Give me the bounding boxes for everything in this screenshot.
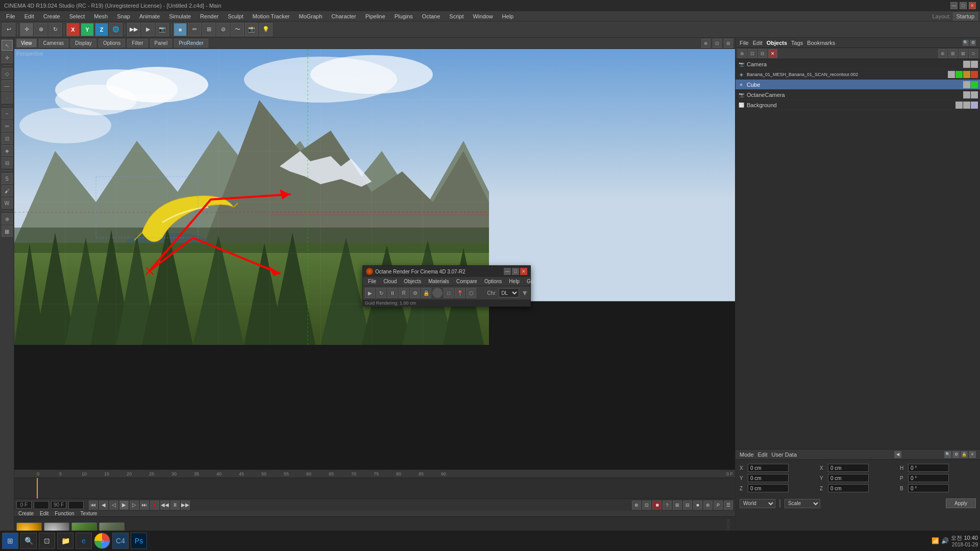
attr-lock-btn[interactable]: 🔒 [961,451,968,458]
obj-render-btn3[interactable] [971,81,978,88]
menu-render[interactable]: Render [196,12,223,20]
auto-key-button[interactable]: ⏸ [170,500,180,510]
light-button[interactable]: 💡 [259,23,273,36]
attr-tab-edit[interactable]: Edit [758,452,768,458]
obj-toolbar-btn2[interactable]: ⊡ [748,49,757,58]
cube-object-button[interactable]: ■ [174,23,187,36]
obj-toolbar-right2[interactable]: ⊞ [948,49,958,58]
cloner-button[interactable]: ⊘ [216,23,230,36]
oct-tool-refresh[interactable]: ↻ [376,288,386,298]
knife-tool[interactable]: ✂ [2,120,13,132]
obj-row-background[interactable]: ⬜ Background [736,100,980,110]
obj-row-banana[interactable]: ◈ Banana_01_MESH_Banana_01_SCAN_recontou… [736,69,980,80]
obj-tab-file[interactable]: File [740,40,749,46]
obj-settings-btn[interactable]: ⚙ [970,40,976,46]
chrome-button[interactable]: ○ [94,533,110,549]
obj-toolbar-right1[interactable]: ⊛ [938,49,947,58]
snap-tool[interactable]: ⊕ [2,213,13,224]
file-explorer-button[interactable]: 📁 [57,533,74,549]
timeline-inner[interactable] [14,478,735,498]
obj-tag-bg[interactable] [971,102,978,109]
move-tool-button[interactable]: ✛ [20,23,33,36]
attr-settings-btn[interactable]: ⚙ [952,451,960,458]
animation-btn5[interactable]: ⊞ [673,500,682,510]
scale-select[interactable]: Scale [785,499,820,508]
record-button[interactable]: ● [150,500,159,510]
obj-toolbar-btn4[interactable]: ✕ [768,49,777,58]
viewport-tab-filter[interactable]: Filter [127,39,148,47]
oct-expand-btn[interactable]: ▼ [521,289,528,297]
menu-pipeline[interactable]: Pipeline [361,12,389,20]
z-size-input[interactable] [828,484,869,492]
next-frame-button[interactable]: ▷ [130,500,139,510]
menu-create[interactable]: Create [39,12,64,20]
oct-tool-settings[interactable]: ⚙ [410,288,420,298]
obj-tab-edit[interactable]: Edit [753,40,763,46]
menu-mograph[interactable]: MoGraph [295,12,326,20]
viewport-icon2[interactable]: ⊡ [713,39,722,48]
menu-mesh[interactable]: Mesh [90,12,112,20]
animation-btn9[interactable]: P [714,500,723,510]
animation-btn4[interactable]: ? [663,500,672,510]
world-axis-button[interactable]: 🌐 [109,23,122,36]
y-pos-input[interactable] [748,474,789,482]
restore-button[interactable]: □ [960,2,967,9]
apply-button[interactable]: Apply [946,498,976,508]
menu-help[interactable]: Help [498,12,518,20]
mat-edit[interactable]: Edit [38,511,51,516]
paint-tool[interactable]: 🖌 [2,185,13,196]
octane-menu-materials[interactable]: Materials [425,279,452,284]
attr-prev-btn[interactable]: ◀ [894,451,901,458]
attr-tab-userdata[interactable]: User Data [772,452,797,458]
point-tool[interactable]: · [2,92,13,104]
undo-button[interactable]: ↩ [2,23,15,36]
obj-tab-objects[interactable]: Objects [767,40,787,46]
animation-btn3[interactable]: ⏺ [652,500,662,510]
obj-visible-btn5[interactable] [955,102,963,109]
animation-btn6[interactable]: ⊟ [683,500,692,510]
x-size-input[interactable] [828,464,869,472]
z-axis-button[interactable]: Z [95,23,108,36]
viewport-tab-panel[interactable]: Panel [150,39,173,47]
workplane-tool[interactable]: ▦ [2,226,13,237]
oct-chr-select[interactable]: DL [499,288,519,297]
octane-restore-btn[interactable]: □ [512,268,519,275]
y-axis-button[interactable]: Y [81,23,94,36]
weight-tool[interactable]: W [2,197,13,209]
playhead[interactable] [37,478,38,498]
oct-tool-lock[interactable]: 🔒 [421,288,431,298]
oct-tool-start[interactable]: ▶ [365,288,375,298]
obj-visible-btn[interactable] [963,61,970,68]
minimize-button[interactable]: — [950,2,958,9]
h-input[interactable] [908,464,949,472]
oct-tool-box[interactable]: □ [444,288,454,298]
oct-tool-3d[interactable]: ⬡ [466,288,476,298]
obj-render-btn4[interactable] [971,91,978,98]
render-viewport-button[interactable]: ▶ [141,23,155,36]
viewport-tab-view[interactable]: View [16,39,37,47]
menu-select[interactable]: Select [65,12,89,20]
octane-titlebar[interactable]: Octane Render For Cinema 4D 3.07-R2 — □ … [363,266,530,277]
z-pos-input[interactable] [748,484,789,492]
obj-row-octanecamera[interactable]: 📷 OctaneCamera [736,90,980,100]
octane-menu-cloud[interactable]: Cloud [380,279,400,284]
obj-tab-tags[interactable]: Tags [791,40,803,46]
mat-create[interactable]: Create [16,511,36,516]
prev-frame-button[interactable]: ◀ [99,500,108,510]
internet-explorer-button[interactable]: e [76,533,92,549]
animation-btn1[interactable]: ⊕ [632,500,641,510]
menu-animate[interactable]: Animate [135,12,164,20]
oct-tool-pause[interactable]: ⏸ [387,288,398,298]
scale-tool-button[interactable]: ⊕ [34,23,47,36]
start-button[interactable]: ⊞ [2,533,18,549]
oct-tool-stop[interactable]: R [399,288,409,298]
x-pos-input[interactable] [748,464,789,472]
c4d-button[interactable]: C4 [112,533,129,549]
viewport[interactable]: Perspective [14,49,735,469]
menu-motion-tracker[interactable]: Motion Tracker [249,12,294,20]
sculpt-tool[interactable]: S [2,173,13,184]
animation-btn2[interactable]: ⊡ [642,500,651,510]
go-start-button[interactable]: ⏮ [89,500,98,510]
menu-octane[interactable]: Octane [418,12,444,20]
attr-tab-mode[interactable]: Mode [740,452,754,458]
